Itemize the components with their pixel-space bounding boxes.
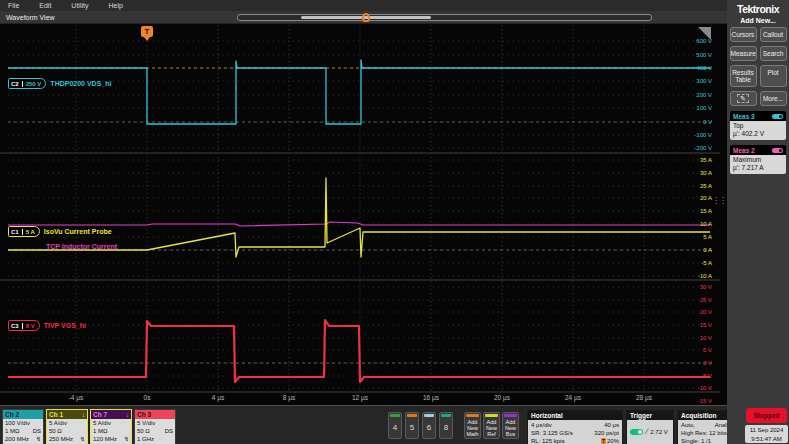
panel-divider-handle[interactable]: ⋮⋮ — [712, 196, 726, 205]
measure-button[interactable]: Measure — [730, 46, 757, 61]
ch7-setting: 5 A/div — [93, 419, 111, 427]
c2-badge[interactable]: C2250 V — [8, 78, 46, 89]
horizontal-panel-title: Horizontal — [528, 411, 622, 420]
meas-3-toggle[interactable] — [772, 114, 783, 119]
meas-3-header: Meas 3 — [730, 111, 786, 121]
badge-meas-2[interactable]: Meas 2Maximumµ': 7.217 A — [730, 145, 786, 174]
horizontal-value: 320 ps/pt — [594, 429, 619, 437]
menu-item-utility[interactable]: Utility — [63, 2, 100, 9]
ch7-header: Ch 7↓ — [91, 410, 131, 419]
channel-badge-ch3[interactable]: Ch 35 V/div50 ΩDS1 GHz — [134, 409, 176, 444]
horizontal-pan-scrollbar[interactable] — [237, 14, 652, 21]
ch3-flag: DS — [165, 427, 173, 435]
horizontal-value: T20% — [601, 437, 619, 444]
menu-bar: FileEditUtilityHelp — [0, 0, 727, 11]
acquisition-value: Single: 1 /1 — [681, 437, 711, 444]
meas-3-value: µ': 402.2 V — [733, 130, 783, 138]
ch2-setting: 100 V/div — [5, 419, 30, 427]
axis-label-vgs: 15 V — [670, 321, 712, 329]
channel-chip-c2[interactable]: C2250 V THDP0200 VDS_hi — [8, 78, 111, 89]
menu-item-file[interactable]: File — [0, 2, 31, 9]
ch1-settings: 5 A/div50 Ω250 MHz↯ — [47, 419, 87, 444]
search-button[interactable]: Search — [760, 46, 787, 61]
ch3-settings: 5 V/div50 ΩDS1 GHz — [135, 419, 175, 444]
meas-2-header: Meas 2 — [730, 145, 786, 155]
add-new-bus-button[interactable]: AddNewBus — [502, 412, 519, 439]
axis-label-vds: 300 V — [670, 77, 712, 85]
channel-5-stripe — [407, 414, 417, 417]
add-new-heading: Add New... — [727, 17, 789, 24]
menu-item-help[interactable]: Help — [100, 2, 134, 9]
add-new-ref-button[interactable]: AddNewRef — [483, 412, 500, 439]
c3-badge[interactable]: C38 V — [8, 320, 40, 331]
c3-vgs-trace[interactable] — [8, 320, 710, 382]
ch2-settings: 100 V/div1 MΩDS200 MHz↯ — [3, 419, 43, 444]
results-table-button[interactable]: Results Table — [730, 65, 757, 87]
add-new-ref-button-stripe — [485, 414, 498, 417]
channel-8-button[interactable]: 8 — [439, 412, 453, 439]
add-new-math-button[interactable]: AddNewMath — [464, 412, 481, 439]
acquisition-value: Auto, — [681, 421, 695, 429]
more-button[interactable]: More... — [760, 91, 787, 106]
horizontal-panel[interactable]: Horizontal 4 µs/div40 µsSR: 3.125 GS/s32… — [527, 410, 623, 444]
channel-6-button[interactable]: 6 — [422, 412, 436, 439]
trigger-position-marker[interactable]: T — [141, 26, 153, 37]
ch7-setting-row: 120 MHz↯ — [93, 435, 129, 443]
plot-button[interactable]: Plot — [760, 65, 787, 87]
horizontal-value: 40 µs — [604, 421, 619, 429]
meas-2-title: Meas 2 — [733, 147, 755, 154]
channel-4-button[interactable]: 4 — [388, 412, 402, 439]
badge-meas-3[interactable]: Meas 3Topµ': 402.2 V — [730, 111, 786, 140]
channel-chip-c1[interactable]: C15 A IsoVu Current Probe — [8, 226, 112, 237]
axis-label-vgs: 30 V — [670, 283, 712, 291]
cursors-button[interactable]: Cursors — [730, 27, 757, 42]
axis-label-current: 5 A — [670, 233, 712, 241]
axis-label-vgs: 5 V — [670, 346, 712, 354]
add-new-bus-button-stripe — [504, 414, 517, 417]
ch2-setting-row: 100 V/div — [5, 419, 41, 427]
axis-label-vgs: 10 V — [670, 334, 712, 342]
trigger-toggle[interactable] — [630, 429, 643, 435]
ch7-settings: 5 A/div1 MΩ120 MHz↯ — [91, 419, 131, 444]
channel-6-stripe — [424, 414, 434, 417]
stopped-button[interactable]: Stopped — [746, 408, 787, 423]
oscilloscope-app: FileEditUtilityHelp Waveform View T ⋮⋮ C… — [0, 0, 789, 444]
channel-chip-c7[interactable]: TCP Inductor Current — [46, 243, 117, 250]
time-axis-label: 8 µs — [283, 394, 295, 401]
axis-label-current: 20 A — [670, 194, 712, 202]
channel-5-button[interactable]: 5 — [405, 412, 419, 439]
trigger-level-value: 2.72 V — [650, 428, 667, 436]
axis-label-current: 15 A — [670, 207, 712, 215]
channel-badge-ch7[interactable]: Ch 7↓5 A/div1 MΩ120 MHz↯ — [90, 409, 132, 444]
ch7-clip-arrow-icon: ↓ — [126, 410, 129, 419]
meas-2-toggle[interactable] — [772, 148, 783, 153]
axis-label-vgs: -15 V — [670, 397, 712, 405]
ch3-setting: 50 Ω — [137, 427, 150, 435]
ch3-header: Ch 3 — [135, 410, 175, 419]
horizontal-value: RL: 125 kpts — [531, 437, 565, 444]
menu-item-edit[interactable]: Edit — [31, 2, 63, 9]
trigger-panel-title: Trigger — [627, 411, 673, 420]
ch1-probe-icon: ↯ — [80, 435, 85, 443]
annotation-button[interactable]: ✎ — [730, 91, 757, 106]
c1-badge[interactable]: C15 A — [8, 226, 40, 237]
channel-badge-ch2[interactable]: Ch 2100 V/div1 MΩDS200 MHz↯ — [2, 409, 44, 444]
ch3-setting: 5 V/div — [137, 419, 155, 427]
ch3-title: Ch 3 — [137, 410, 151, 419]
axis-label-vgs: 20 V — [670, 308, 712, 316]
right-sidebar: Tektronix Add New... CursorsCalloutMeasu… — [727, 0, 789, 444]
axis-label-vds: 500 V — [670, 51, 712, 59]
axis-label-vds: 400 V — [670, 64, 712, 72]
pan-trigger-marker-icon[interactable] — [362, 13, 370, 22]
c2-vds-trace[interactable] — [8, 60, 710, 124]
trigger-slope-icon: ∕ — [646, 428, 647, 436]
ch1-setting-row: 5 A/div — [49, 419, 85, 427]
tab-waveform-view[interactable]: Waveform View — [6, 11, 55, 24]
channel-chip-c3[interactable]: C38 V TIVP VGS_hi — [8, 320, 86, 331]
callout-button[interactable]: Callout — [760, 27, 787, 42]
channel-badge-ch1[interactable]: Ch 1↓5 A/div50 Ω250 MHz↯ — [46, 409, 88, 444]
meas-2-value: µ': 7.217 A — [733, 164, 783, 172]
waveform-plot[interactable]: T ⋮⋮ C2250 V THDP0200 VDS_hi C15 A IsoVu… — [0, 24, 727, 405]
ch2-header: Ch 2 — [3, 410, 43, 419]
trigger-panel[interactable]: Trigger ∕ 2.72 V — [626, 410, 674, 444]
